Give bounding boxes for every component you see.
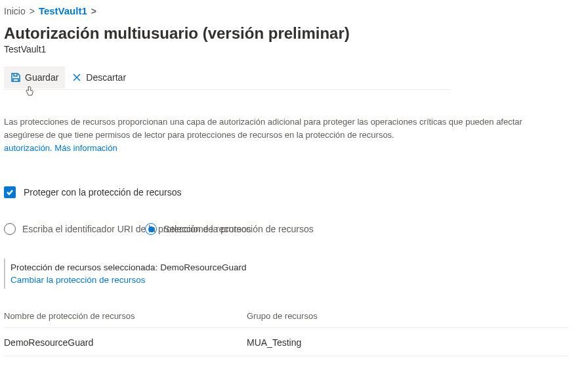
cell-resource-group: MUA_Testing	[247, 337, 568, 348]
breadcrumb-current[interactable]: TestVault1	[39, 5, 87, 16]
auth-link[interactable]: autorización.	[4, 143, 52, 153]
save-button-label: Guardar	[25, 72, 58, 83]
cell-guard-name: DemoResourceGuard	[4, 337, 247, 348]
breadcrumb-sep-1: >	[30, 6, 35, 16]
radio-select-guard[interactable]: Seleccione la protección de recursos	[145, 223, 314, 235]
col-header-name[interactable]: Nombre de protección de recursos	[4, 311, 247, 321]
protect-checkbox-row[interactable]: Proteger con la protección de recursos	[4, 186, 584, 198]
protect-checkbox[interactable]	[4, 186, 16, 198]
breadcrumb-sep-2: >	[91, 6, 96, 16]
change-guard-link[interactable]: Cambiar la protección de recursos	[10, 275, 146, 285]
close-icon	[72, 72, 82, 83]
checkmark-icon	[6, 188, 14, 196]
protect-checkbox-label: Proteger con la protección de recursos	[24, 187, 181, 198]
col-header-group[interactable]: Grupo de recursos	[247, 311, 568, 321]
description-block: Las protecciones de recursos proporciona…	[4, 115, 568, 155]
radio-dot-icon	[148, 226, 154, 232]
radio-select-guard-label: Seleccione la protección de recursos	[163, 224, 314, 234]
save-button[interactable]: Guardar	[4, 66, 65, 89]
guard-selection-radio-group: Escriba el identificador URI de la prote…	[4, 223, 584, 235]
selected-guard-label: Protección de recursos seleccionada: Dem…	[10, 262, 332, 272]
table-header: Nombre de protección de recursos Grupo d…	[4, 311, 568, 328]
discard-button[interactable]: Descartar	[65, 66, 133, 89]
description-line1: Las protecciones de recursos proporciona…	[4, 115, 568, 129]
selected-guard-name: DemoResourceGuard	[160, 262, 246, 272]
guard-table: Nombre de protección de recursos Grupo d…	[4, 311, 568, 356]
selected-guard-prefix: Protección de recursos seleccionada:	[10, 262, 158, 272]
discard-button-label: Descartar	[86, 72, 126, 83]
toolbar: Guardar Descartar	[4, 65, 450, 90]
selected-guard-block: Protección de recursos seleccionada: Dem…	[4, 259, 332, 289]
description-line2: asegúrese de que tiene permisos de lecto…	[4, 129, 568, 142]
radio-circle-icon	[4, 223, 16, 235]
page-title: Autorización multiusuario (versión preli…	[4, 24, 584, 43]
breadcrumb: Inicio > TestVault1 >	[4, 3, 584, 18]
save-icon	[10, 72, 21, 83]
breadcrumb-home[interactable]: Inicio	[4, 6, 26, 16]
radio-circle-selected-icon	[145, 223, 157, 235]
table-row[interactable]: DemoResourceGuard MUA_Testing	[4, 328, 568, 356]
more-info-link[interactable]: Más información	[54, 143, 117, 153]
description-link-row: autorización. Más información	[4, 143, 117, 153]
page-subtitle: TestVault1	[4, 44, 584, 54]
